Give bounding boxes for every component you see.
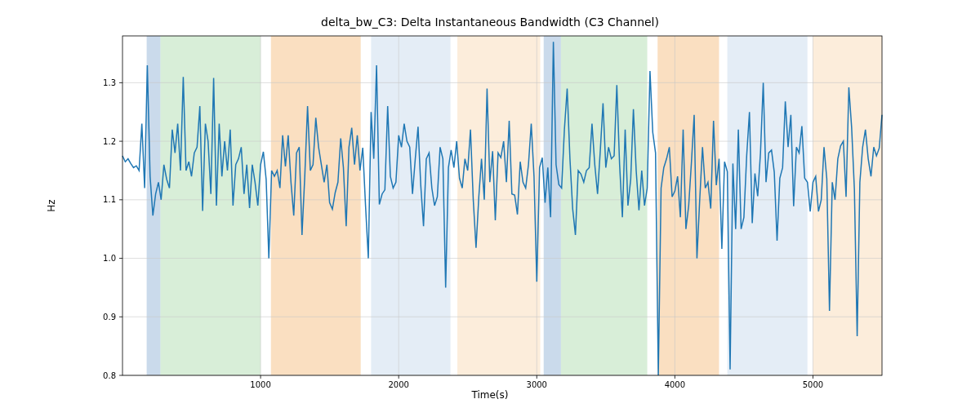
x-axis-label: Time(s) [471,389,509,401]
y-tick-label: 1.1 [103,195,116,204]
chart-title: delta_bw_C3: Delta Instantaneous Bandwid… [321,16,659,29]
chart: 100020003000400050000.80.91.01.11.21.3 d… [0,0,980,408]
x-tick-label: 3000 [527,380,547,389]
y-tick-label: 1.2 [103,137,116,146]
x-tick-label: 5000 [803,380,823,389]
highlight-band [161,36,261,375]
x-tick-label: 4000 [665,380,685,389]
x-tick-label: 2000 [388,380,408,389]
y-tick-label: 0.9 [103,313,116,322]
y-axis-label: Hz [46,199,57,211]
highlight-band [371,36,450,375]
highlight-band [813,36,882,375]
y-tick-label: 1.0 [103,254,116,263]
highlight-band [728,36,808,375]
y-tick-label: 1.3 [103,78,116,87]
x-tick-label: 1000 [250,380,270,389]
highlight-band [561,36,648,375]
y-tick-label: 0.8 [103,371,116,380]
highlight-band [457,36,540,375]
